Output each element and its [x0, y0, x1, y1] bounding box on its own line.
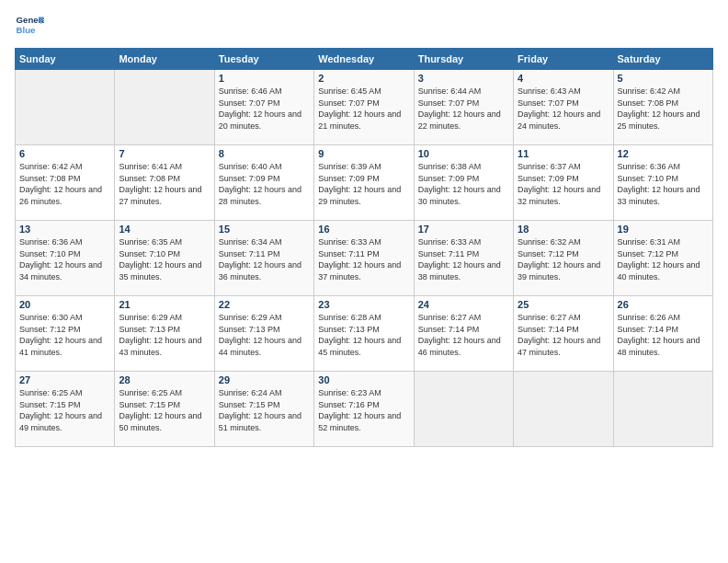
calendar-cell: [115, 70, 214, 145]
day-info: Sunrise: 6:36 AMSunset: 7:10 PMDaylight:…: [19, 236, 110, 282]
day-number: 21: [119, 299, 210, 310]
calendar-cell: 7Sunrise: 6:41 AMSunset: 7:08 PMDaylight…: [115, 145, 214, 221]
day-number: 8: [219, 148, 310, 159]
calendar-cell: 21Sunrise: 6:29 AMSunset: 7:13 PMDayligh…: [115, 296, 214, 372]
header-row: SundayMondayTuesdayWednesdayThursdayFrid…: [16, 49, 713, 70]
week-row-1: 1Sunrise: 6:46 AMSunset: 7:07 PMDaylight…: [16, 70, 713, 145]
day-number: 3: [418, 73, 509, 84]
calendar-cell: 13Sunrise: 6:36 AMSunset: 7:10 PMDayligh…: [16, 221, 115, 296]
calendar-cell: [613, 372, 712, 447]
day-info: Sunrise: 6:37 AMSunset: 7:09 PMDaylight:…: [518, 161, 609, 207]
calendar-cell: 11Sunrise: 6:37 AMSunset: 7:09 PMDayligh…: [514, 145, 613, 221]
logo: General Blue: [15, 11, 44, 40]
day-number: 17: [418, 224, 509, 235]
calendar-cell: 23Sunrise: 6:28 AMSunset: 7:13 PMDayligh…: [314, 296, 414, 372]
day-number: 25: [518, 299, 609, 310]
day-info: Sunrise: 6:25 AMSunset: 7:15 PMDaylight:…: [119, 387, 210, 433]
header-day-thursday: Thursday: [414, 49, 513, 70]
day-info: Sunrise: 6:35 AMSunset: 7:10 PMDaylight:…: [119, 236, 210, 282]
day-number: 30: [318, 374, 409, 385]
calendar-cell: 28Sunrise: 6:25 AMSunset: 7:15 PMDayligh…: [115, 372, 214, 447]
day-info: Sunrise: 6:27 AMSunset: 7:14 PMDaylight:…: [418, 312, 509, 358]
calendar-cell: 3Sunrise: 6:44 AMSunset: 7:07 PMDaylight…: [414, 70, 513, 145]
calendar-cell: 19Sunrise: 6:31 AMSunset: 7:12 PMDayligh…: [613, 221, 712, 296]
svg-text:Blue: Blue: [17, 25, 36, 35]
day-number: 2: [318, 73, 409, 84]
day-number: 12: [618, 148, 709, 159]
day-info: Sunrise: 6:41 AMSunset: 7:08 PMDaylight:…: [119, 161, 210, 207]
day-info: Sunrise: 6:46 AMSunset: 7:07 PMDaylight:…: [219, 86, 310, 132]
day-number: 1: [219, 73, 310, 84]
week-row-2: 6Sunrise: 6:42 AMSunset: 7:08 PMDaylight…: [16, 145, 713, 221]
calendar-cell: 14Sunrise: 6:35 AMSunset: 7:10 PMDayligh…: [115, 221, 214, 296]
page: General Blue SundayMondayTuesdayWednesda…: [0, 0, 728, 563]
day-info: Sunrise: 6:29 AMSunset: 7:13 PMDaylight:…: [119, 312, 210, 358]
calendar-cell: 4Sunrise: 6:43 AMSunset: 7:07 PMDaylight…: [514, 70, 613, 145]
day-number: 14: [119, 224, 210, 235]
header-day-tuesday: Tuesday: [214, 49, 313, 70]
day-info: Sunrise: 6:43 AMSunset: 7:07 PMDaylight:…: [518, 86, 609, 132]
day-info: Sunrise: 6:32 AMSunset: 7:12 PMDaylight:…: [518, 236, 609, 282]
day-number: 6: [19, 148, 110, 159]
header-day-monday: Monday: [115, 49, 214, 70]
calendar-cell: 9Sunrise: 6:39 AMSunset: 7:09 PMDaylight…: [314, 145, 414, 221]
header-day-wednesday: Wednesday: [314, 49, 414, 70]
day-number: 7: [119, 148, 210, 159]
day-info: Sunrise: 6:30 AMSunset: 7:12 PMDaylight:…: [19, 312, 110, 358]
header-day-sunday: Sunday: [16, 49, 115, 70]
calendar-cell: [16, 70, 115, 145]
day-info: Sunrise: 6:40 AMSunset: 7:09 PMDaylight:…: [219, 161, 310, 207]
day-number: 18: [518, 224, 609, 235]
day-number: 22: [219, 299, 310, 310]
day-number: 9: [318, 148, 409, 159]
day-info: Sunrise: 6:34 AMSunset: 7:11 PMDaylight:…: [219, 236, 310, 282]
day-info: Sunrise: 6:26 AMSunset: 7:14 PMDaylight:…: [618, 312, 709, 358]
calendar-cell: [414, 372, 513, 447]
calendar-cell: [514, 372, 613, 447]
day-info: Sunrise: 6:36 AMSunset: 7:10 PMDaylight:…: [618, 161, 709, 207]
header: General Blue: [15, 11, 713, 40]
calendar-cell: 18Sunrise: 6:32 AMSunset: 7:12 PMDayligh…: [514, 221, 613, 296]
day-info: Sunrise: 6:23 AMSunset: 7:16 PMDaylight:…: [318, 387, 409, 433]
header-day-friday: Friday: [514, 49, 613, 70]
day-number: 29: [219, 374, 310, 385]
calendar-cell: 1Sunrise: 6:46 AMSunset: 7:07 PMDaylight…: [214, 70, 313, 145]
day-info: Sunrise: 6:29 AMSunset: 7:13 PMDaylight:…: [219, 312, 310, 358]
calendar-cell: 2Sunrise: 6:45 AMSunset: 7:07 PMDaylight…: [314, 70, 414, 145]
calendar-cell: 20Sunrise: 6:30 AMSunset: 7:12 PMDayligh…: [16, 296, 115, 372]
calendar-cell: 30Sunrise: 6:23 AMSunset: 7:16 PMDayligh…: [314, 372, 414, 447]
day-number: 28: [119, 374, 210, 385]
day-number: 20: [19, 299, 110, 310]
day-info: Sunrise: 6:39 AMSunset: 7:09 PMDaylight:…: [318, 161, 409, 207]
day-number: 19: [618, 224, 709, 235]
calendar-cell: 10Sunrise: 6:38 AMSunset: 7:09 PMDayligh…: [414, 145, 513, 221]
day-info: Sunrise: 6:45 AMSunset: 7:07 PMDaylight:…: [318, 86, 409, 132]
week-row-3: 13Sunrise: 6:36 AMSunset: 7:10 PMDayligh…: [16, 221, 713, 296]
calendar-cell: 8Sunrise: 6:40 AMSunset: 7:09 PMDaylight…: [214, 145, 313, 221]
day-info: Sunrise: 6:28 AMSunset: 7:13 PMDaylight:…: [318, 312, 409, 358]
week-row-5: 27Sunrise: 6:25 AMSunset: 7:15 PMDayligh…: [16, 372, 713, 447]
day-info: Sunrise: 6:24 AMSunset: 7:15 PMDaylight:…: [219, 387, 310, 433]
calendar-cell: 27Sunrise: 6:25 AMSunset: 7:15 PMDayligh…: [16, 372, 115, 447]
day-number: 4: [518, 73, 609, 84]
calendar-cell: 29Sunrise: 6:24 AMSunset: 7:15 PMDayligh…: [214, 372, 313, 447]
week-row-4: 20Sunrise: 6:30 AMSunset: 7:12 PMDayligh…: [16, 296, 713, 372]
day-info: Sunrise: 6:33 AMSunset: 7:11 PMDaylight:…: [318, 236, 409, 282]
day-number: 13: [19, 224, 110, 235]
calendar-cell: 26Sunrise: 6:26 AMSunset: 7:14 PMDayligh…: [613, 296, 712, 372]
calendar-cell: 17Sunrise: 6:33 AMSunset: 7:11 PMDayligh…: [414, 221, 513, 296]
day-number: 16: [318, 224, 409, 235]
day-number: 11: [518, 148, 609, 159]
logo-icon: General Blue: [15, 11, 44, 40]
calendar-cell: 6Sunrise: 6:42 AMSunset: 7:08 PMDaylight…: [16, 145, 115, 221]
day-info: Sunrise: 6:44 AMSunset: 7:07 PMDaylight:…: [418, 86, 509, 132]
day-number: 24: [418, 299, 509, 310]
day-info: Sunrise: 6:38 AMSunset: 7:09 PMDaylight:…: [418, 161, 509, 207]
day-info: Sunrise: 6:27 AMSunset: 7:14 PMDaylight:…: [518, 312, 609, 358]
calendar-cell: 25Sunrise: 6:27 AMSunset: 7:14 PMDayligh…: [514, 296, 613, 372]
day-info: Sunrise: 6:42 AMSunset: 7:08 PMDaylight:…: [618, 86, 709, 132]
day-info: Sunrise: 6:33 AMSunset: 7:11 PMDaylight:…: [418, 236, 509, 282]
day-info: Sunrise: 6:42 AMSunset: 7:08 PMDaylight:…: [19, 161, 110, 207]
calendar-header: SundayMondayTuesdayWednesdayThursdayFrid…: [16, 49, 713, 70]
day-number: 27: [19, 374, 110, 385]
